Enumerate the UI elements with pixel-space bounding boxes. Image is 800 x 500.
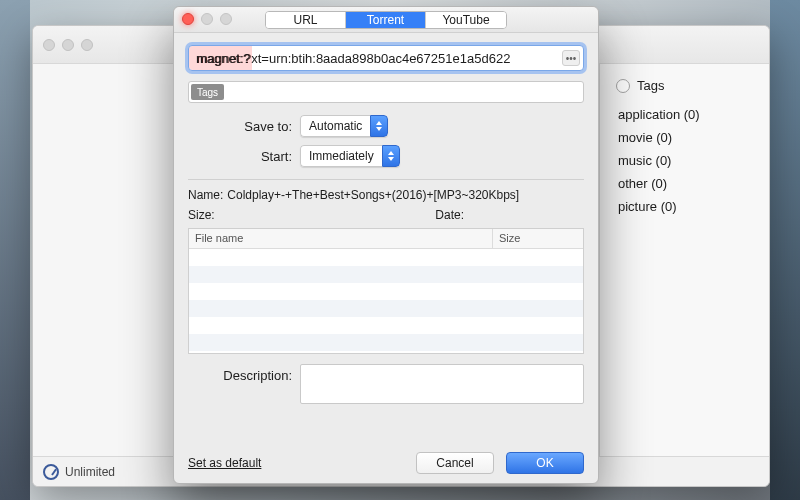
- table-body[interactable]: [189, 249, 583, 353]
- start-value: Immediately: [300, 145, 382, 167]
- source-segmented-control: URL Torrent YouTube: [265, 11, 507, 29]
- description-label: Description:: [188, 364, 300, 383]
- file-list-table: File name Size: [188, 228, 584, 354]
- dialog-footer: Set as default Cancel OK: [174, 443, 598, 483]
- table-header: File name Size: [189, 229, 583, 249]
- ok-button[interactable]: OK: [506, 452, 584, 474]
- description-input[interactable]: [300, 364, 584, 404]
- close-icon[interactable]: [43, 39, 55, 51]
- tab-youtube[interactable]: YouTube: [426, 12, 506, 28]
- tab-torrent[interactable]: Torrent: [346, 12, 426, 28]
- table-row: [189, 266, 583, 283]
- sidebar-tags-radio[interactable]: Tags: [616, 78, 753, 93]
- table-row: [189, 317, 583, 334]
- col-size[interactable]: Size: [493, 229, 583, 248]
- sidebar-tag-item[interactable]: movie (0): [616, 126, 753, 149]
- zoom-icon[interactable]: [81, 39, 93, 51]
- zoom-icon: [220, 13, 232, 25]
- save-to-label: Save to:: [188, 119, 300, 134]
- start-label: Start:: [188, 149, 300, 164]
- dialog-titlebar[interactable]: URL Torrent YouTube: [174, 7, 598, 33]
- sidebar: Tags application (0) movie (0) music (0)…: [599, 64, 769, 456]
- url-more-button[interactable]: •••: [562, 50, 580, 66]
- name-value: Coldplay+-+The+Best+Songs+(2016)+[MP3~32…: [227, 188, 519, 202]
- table-row: [189, 334, 583, 351]
- url-input[interactable]: [188, 45, 584, 71]
- divider: [188, 179, 584, 180]
- minimize-icon[interactable]: [62, 39, 74, 51]
- date-label: Date:: [435, 208, 464, 222]
- desktop-edge: [0, 0, 30, 500]
- speedometer-icon: [43, 464, 59, 480]
- table-row: [189, 300, 583, 317]
- table-row: [189, 249, 583, 266]
- sidebar-tag-item[interactable]: picture (0): [616, 195, 753, 218]
- desktop-edge: [770, 0, 800, 500]
- name-label: Name:: [188, 188, 223, 202]
- sidebar-tag-item[interactable]: other (0): [616, 172, 753, 195]
- close-icon[interactable]: [182, 13, 194, 25]
- radio-icon: [616, 79, 630, 93]
- traffic-lights: [43, 39, 93, 51]
- save-to-select[interactable]: Automatic: [300, 115, 388, 137]
- table-row: [189, 283, 583, 300]
- chevron-up-down-icon: [382, 145, 400, 167]
- save-to-value: Automatic: [300, 115, 370, 137]
- traffic-lights: [182, 13, 232, 25]
- set-as-default-link[interactable]: Set as default: [188, 456, 261, 470]
- tags-input[interactable]: [188, 81, 584, 103]
- sidebar-tag-item[interactable]: music (0): [616, 149, 753, 172]
- add-download-dialog: URL Torrent YouTube magnet:? ••• Tags Sa…: [173, 6, 599, 484]
- sidebar-tags-label: Tags: [637, 78, 664, 93]
- start-select[interactable]: Immediately: [300, 145, 400, 167]
- sidebar-tag-item[interactable]: application (0): [616, 103, 753, 126]
- tab-url[interactable]: URL: [266, 12, 346, 28]
- status-text: Unlimited: [65, 465, 115, 479]
- size-label: Size:: [188, 208, 215, 222]
- tags-chip[interactable]: Tags: [191, 84, 224, 100]
- cancel-button[interactable]: Cancel: [416, 452, 494, 474]
- col-file-name[interactable]: File name: [189, 229, 493, 248]
- minimize-icon: [201, 13, 213, 25]
- chevron-up-down-icon: [370, 115, 388, 137]
